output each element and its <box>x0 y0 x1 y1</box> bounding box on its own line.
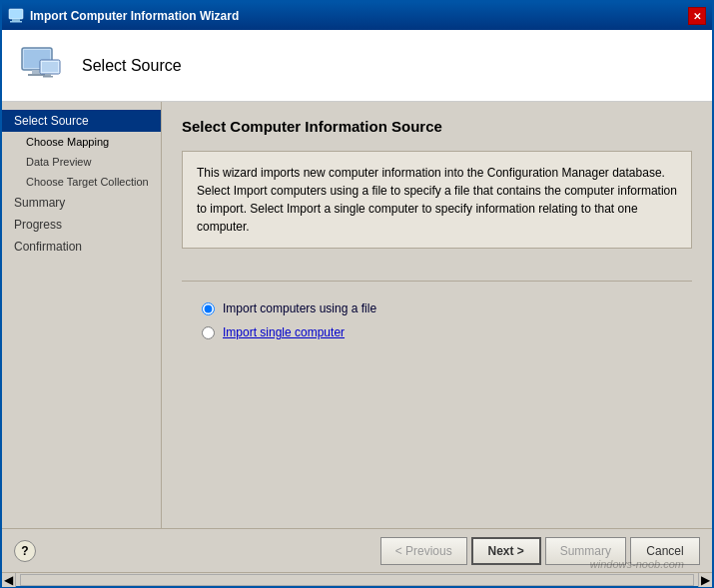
description-text: This wizard imports new computer informa… <box>197 166 677 234</box>
radio-item-import-single[interactable]: Import single computer <box>202 325 672 339</box>
radio-import-single[interactable] <box>202 326 215 339</box>
sidebar-item-choose-mapping[interactable]: Choose Mapping <box>2 132 161 152</box>
close-button[interactable]: ✕ <box>688 7 706 25</box>
radio-import-file[interactable] <box>202 302 215 315</box>
svg-rect-0 <box>9 9 23 19</box>
info-box: This wizard imports new computer informa… <box>182 151 692 249</box>
scroll-track[interactable] <box>20 574 694 586</box>
footer-left: ? <box>14 540 36 562</box>
title-bar-icon <box>8 8 24 24</box>
radio-import-single-label[interactable]: Import single computer <box>223 325 345 339</box>
wizard-window: Import Computer Information Wizard ✕ Sel… <box>0 0 714 588</box>
svg-rect-10 <box>43 76 53 78</box>
title-bar-content: Import Computer Information Wizard <box>8 8 239 24</box>
sidebar-item-summary[interactable]: Summary <box>2 192 161 214</box>
sidebar-item-select-source[interactable]: Select Source <box>2 110 161 132</box>
radio-import-file-label[interactable]: Import computers using a file <box>223 301 376 315</box>
wizard-header-icon <box>18 42 66 90</box>
help-button[interactable]: ? <box>14 540 36 562</box>
wizard-header-title: Select Source <box>82 57 182 75</box>
svg-rect-2 <box>10 21 22 23</box>
next-button[interactable]: Next > <box>471 537 541 565</box>
sidebar-item-confirmation[interactable]: Confirmation <box>2 236 161 258</box>
title-text: Import Computer Information Wizard <box>30 9 239 23</box>
title-bar: Import Computer Information Wizard ✕ <box>2 2 712 30</box>
sidebar-item-progress[interactable]: Progress <box>2 214 161 236</box>
scroll-right-button[interactable]: ▶ <box>698 573 712 587</box>
sidebar: Select Source Choose Mapping Data Previe… <box>2 102 162 528</box>
scroll-left-button[interactable]: ◀ <box>2 573 16 587</box>
svg-rect-9 <box>45 74 51 76</box>
content-title: Select Computer Information Source <box>182 118 692 135</box>
wizard-header: Select Source <box>2 30 712 102</box>
previous-button[interactable]: < Previous <box>380 537 467 565</box>
radio-item-import-file[interactable]: Import computers using a file <box>202 301 672 315</box>
content-area: Select Computer Information Source This … <box>162 102 712 528</box>
radio-group: Import computers using a file Import sin… <box>182 294 692 347</box>
sidebar-item-data-preview[interactable]: Data Preview <box>2 152 161 172</box>
sidebar-item-choose-target[interactable]: Choose Target Collection <box>2 172 161 192</box>
wizard-body: Select Source Choose Mapping Data Previe… <box>2 102 712 528</box>
separator <box>182 281 692 282</box>
scroll-container: ◀ ▶ <box>2 572 712 586</box>
svg-rect-8 <box>42 62 58 72</box>
svg-rect-1 <box>12 19 20 21</box>
watermark: windows-noob.com <box>590 558 684 570</box>
